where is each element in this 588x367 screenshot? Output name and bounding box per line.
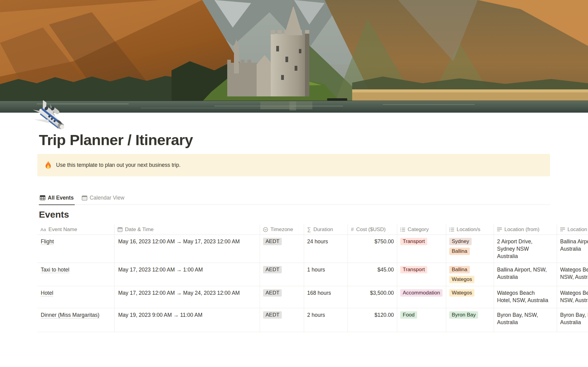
callout: Use this template to plan out your next …	[37, 154, 550, 176]
cell-location-from[interactable]: Wategos Beach Hotel, NSW, Australia	[494, 286, 557, 308]
column-header-category[interactable]: Category	[397, 224, 446, 234]
text-icon	[497, 227, 502, 231]
column-header-locations[interactable]: Location/s	[446, 224, 494, 234]
cell-duration[interactable]: 24 hours	[304, 235, 348, 263]
cell-event-name[interactable]: Hotel	[37, 286, 115, 308]
column-header-location-to[interactable]: Location (to)	[557, 224, 588, 234]
table-row: Hotel May 17, 2023 12:00 AM → May 24, 20…	[37, 286, 588, 308]
location-tag: Sydney	[449, 238, 472, 245]
table-row: Dinner (Miss Margaritas) May 19, 2023 9:…	[37, 308, 588, 332]
cell-locations[interactable]: Wategos	[446, 286, 494, 308]
cell-location-to[interactable]: Byron Bay, NSW, Australia	[557, 308, 588, 332]
timezone-tag: AEDT	[263, 266, 282, 273]
cell-locations[interactable]: Byron Bay	[446, 308, 494, 332]
tab-label: Calendar View	[90, 195, 125, 201]
cell-duration[interactable]: 1 hours	[304, 263, 348, 286]
location-tag: Wategos	[449, 276, 474, 283]
cell-location-from[interactable]: Ballina Airport, NSW, Australia	[494, 263, 557, 286]
timezone-tag: AEDT	[263, 289, 282, 297]
cover-image	[0, 0, 588, 113]
cell-location-from[interactable]: Byron Bay, NSW, Australia	[494, 308, 557, 332]
callout-text: Use this template to plan out your next …	[56, 162, 181, 168]
location-tag: Ballina	[449, 266, 470, 273]
number-icon: #	[351, 227, 354, 232]
cell-event-name[interactable]: Taxi to hotel	[37, 263, 115, 286]
cell-timezone[interactable]: AEDT	[260, 308, 304, 332]
cell-locations[interactable]: Sydney Ballina	[446, 235, 494, 263]
table-row: Taxi to hotel May 17, 2023 12:00 AM → 1:…	[37, 263, 588, 286]
cell-cost[interactable]: $120.00	[348, 308, 397, 332]
tab-calendar-view[interactable]: Calendar View	[81, 192, 126, 205]
cell-event-name[interactable]: Flight	[37, 235, 115, 263]
column-header-cost[interactable]: # Cost ($USD)	[348, 224, 397, 234]
cell-event-name[interactable]: Dinner (Miss Margaritas)	[37, 308, 115, 332]
cover-illustration	[0, 0, 588, 113]
table-row: Flight May 16, 2023 12:00 AM → May 17, 2…	[37, 235, 588, 263]
location-tag: Byron Bay	[449, 311, 478, 319]
table-header-row: Aa Event Name Date & Time	[37, 224, 588, 235]
category-tag: Transport	[400, 266, 427, 273]
cell-date-time[interactable]: May 17, 2023 12:00 AM → 1:00 AM	[115, 263, 260, 286]
cell-category[interactable]: Transport	[397, 235, 446, 263]
page-icon-airplane-emoji[interactable]	[32, 100, 71, 137]
cell-location-from[interactable]: 2 Airport Drive, Sydney NSW Australia	[494, 235, 557, 263]
events-table: Aa Event Name Date & Time	[37, 224, 588, 332]
cell-timezone[interactable]: AEDT	[260, 263, 304, 286]
column-header-location-from[interactable]: Location (from)	[494, 224, 557, 234]
section-title: Events	[39, 209, 69, 220]
cell-location-to[interactable]: Wategos Beach, NSW, Australia	[557, 286, 588, 308]
multi-select-icon	[449, 227, 454, 232]
select-icon	[263, 227, 268, 232]
column-header-duration[interactable]: ∑ Duration	[304, 224, 348, 234]
cell-cost[interactable]: $45.00	[348, 263, 397, 286]
cell-location-to[interactable]: Wategos Beach, NSW, Australia	[557, 263, 588, 286]
column-header-date-time[interactable]: Date & Time	[115, 224, 260, 234]
category-tag: Transport	[400, 238, 427, 245]
timezone-tag: AEDT	[263, 311, 282, 319]
fire-icon	[45, 161, 52, 169]
location-tag: Ballina	[449, 248, 470, 255]
category-tag: Food	[400, 311, 417, 319]
event-name-link: Hotel	[41, 290, 53, 296]
cell-locations[interactable]: Ballina Wategos	[446, 263, 494, 286]
cell-category[interactable]: Food	[397, 308, 446, 332]
column-header-timezone[interactable]: Timezone	[260, 224, 304, 234]
location-tag: Wategos	[449, 289, 474, 297]
text-icon	[560, 227, 565, 231]
date-icon	[118, 227, 123, 232]
timezone-tag: AEDT	[263, 238, 282, 245]
formula-icon: ∑	[307, 227, 311, 233]
event-name-link: Dinner (Miss Margaritas)	[41, 312, 100, 318]
event-name-link: Flight	[41, 238, 54, 245]
event-name-link: Taxi to hotel	[41, 267, 69, 273]
cell-category[interactable]: Transport	[397, 263, 446, 286]
cell-date-time[interactable]: May 17, 2023 12:00 AM → May 24, 2023 12:…	[115, 286, 260, 308]
column-header-event-name[interactable]: Aa Event Name	[37, 224, 115, 234]
calendar-view-icon	[82, 195, 87, 200]
cell-duration[interactable]: 168 hours	[304, 286, 348, 308]
title-icon: Aa	[40, 227, 46, 232]
cell-category[interactable]: Accommodation	[397, 286, 446, 308]
cell-location-to[interactable]: Ballina Airport, Australia	[557, 235, 588, 263]
view-tabs: All Events Calendar View	[37, 192, 550, 205]
tab-label: All Events	[48, 195, 74, 201]
notion-page: Trip Planner / Itinerary Use this templa…	[0, 0, 588, 367]
cell-date-time[interactable]: May 16, 2023 12:00 AM → May 17, 2023 12:…	[115, 235, 260, 263]
cell-timezone[interactable]: AEDT	[260, 235, 304, 263]
table-view-icon	[40, 195, 45, 200]
cell-date-time[interactable]: May 19, 2023 9:00 AM → 11:00 AM	[115, 308, 260, 332]
cell-duration[interactable]: 2 hours	[304, 308, 348, 332]
cell-cost[interactable]: $750.00	[348, 235, 397, 263]
multi-select-icon	[400, 227, 405, 232]
tab-all-events[interactable]: All Events	[39, 192, 75, 205]
cell-cost[interactable]: $3,500.00	[348, 286, 397, 308]
category-tag: Accommodation	[400, 289, 443, 297]
cell-timezone[interactable]: AEDT	[260, 286, 304, 308]
